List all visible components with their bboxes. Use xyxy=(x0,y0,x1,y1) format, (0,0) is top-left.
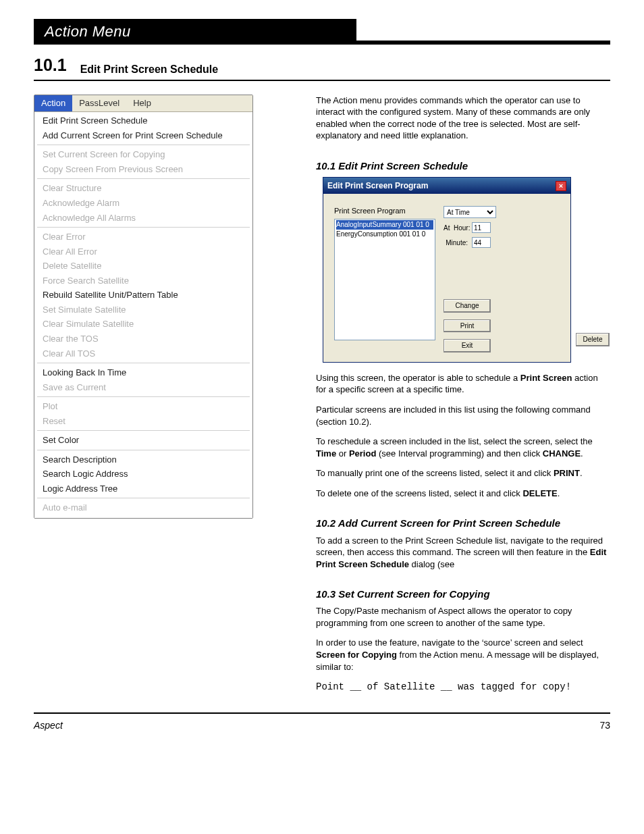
menu-separator xyxy=(37,450,250,450)
footer-rule xyxy=(34,712,610,714)
menu-item[interactable]: Logic Address Tree xyxy=(34,481,252,496)
menu-separator xyxy=(37,498,250,498)
program-listbox[interactable]: AnalogInputSummary 001 01 0EnergyConsump… xyxy=(334,219,435,340)
section-number: 10.1 xyxy=(34,54,67,77)
change-button[interactable]: Change xyxy=(444,299,491,313)
menu-item[interactable]: Search Description xyxy=(34,452,252,467)
section-header: 10.1 Edit Print Screen Schedule xyxy=(34,54,610,81)
heading-10-1: 10.1 Edit Print Screen Schedule xyxy=(316,159,610,173)
menu-item[interactable]: Search Logic Address xyxy=(34,467,252,481)
close-icon[interactable]: × xyxy=(556,181,566,191)
menubar-action[interactable]: Action xyxy=(34,95,72,112)
menu-separator xyxy=(37,227,250,228)
exit-button[interactable]: Exit xyxy=(444,339,491,353)
para-10-3-a: The Copy/Paste mechanism of Aspect allow… xyxy=(316,605,610,629)
menu-item: Clear the TOS xyxy=(34,332,252,346)
delete-button[interactable]: Delete xyxy=(576,333,610,346)
menubar: Action PassLevel Help xyxy=(34,95,252,113)
list-label: Print Screen Program xyxy=(334,206,435,216)
menu-item: Clear Error xyxy=(34,230,252,244)
mono-message: Point __ of Satellite __ was tagged for … xyxy=(316,681,610,694)
intro-paragraph: The Action menu provides commands which … xyxy=(316,95,610,142)
left-column: Action PassLevel Help Edit Print Screen … xyxy=(34,95,297,519)
menu-screenshot: Action PassLevel Help Edit Print Screen … xyxy=(34,95,253,519)
list-item[interactable]: AnalogInputSummary 001 01 0 xyxy=(336,220,433,230)
menu-item: Force Search Satellite xyxy=(34,273,252,288)
menu-separator xyxy=(37,178,250,179)
para-10-3-b: In order to use the feature, navigate to… xyxy=(316,637,610,673)
footer-page-number: 73 xyxy=(599,719,610,732)
menubar-passlevel[interactable]: PassLevel xyxy=(72,95,126,112)
chapter-title: Action Menu xyxy=(45,22,131,42)
heading-10-3: 10.3 Set Current Screen for Copying xyxy=(316,588,610,601)
menu-separator xyxy=(37,396,250,397)
menu-separator xyxy=(37,145,250,145)
footer-left: Aspect xyxy=(34,719,63,732)
menubar-help[interactable]: Help xyxy=(126,95,158,112)
menu-item: Clear All TOS xyxy=(34,346,252,361)
heading-10-2: 10.2 Add Current Screen for Print Screen… xyxy=(316,517,610,530)
menu-item: Reset xyxy=(34,414,252,429)
para-10-1-d: To manually print one of the screens lis… xyxy=(316,467,610,479)
footer: Aspect 73 xyxy=(34,719,610,732)
menu-item: Clear All Error xyxy=(34,244,252,259)
para-10-2: To add a screen to the Print Screen Sche… xyxy=(316,535,610,571)
menu-item[interactable]: Edit Print Screen Schedule xyxy=(34,113,252,128)
menu-item: Clear Structure xyxy=(34,181,252,196)
edit-print-screen-dialog: Edit Print Screen Program × Print Screen… xyxy=(323,177,571,363)
action-dropdown: Edit Print Screen ScheduleAdd Current Sc… xyxy=(34,112,252,518)
para-10-1-a: Using this screen, the operator is able … xyxy=(316,372,610,396)
menu-item: Acknowledge Alarm xyxy=(34,196,252,211)
menu-item: Set Simulate Satellite xyxy=(34,303,252,317)
menu-item[interactable]: Add Current Screen for Print Screen Sche… xyxy=(34,128,252,143)
para-10-1-c: To reschedule a screen included in the l… xyxy=(316,436,610,459)
minute-label: Minute: xyxy=(444,238,468,248)
minute-input[interactable] xyxy=(472,237,491,248)
list-item[interactable]: EnergyConsumption 001 01 0 xyxy=(336,230,433,239)
right-column: The Action menu provides commands which … xyxy=(316,95,610,694)
menu-item[interactable]: Set Color xyxy=(34,433,252,448)
dialog-title: Edit Print Screen Program xyxy=(327,180,428,191)
menu-item[interactable]: Rebuild Satellite Unit/Pattern Table xyxy=(34,288,252,303)
menu-item: Delete Satellite xyxy=(34,259,252,273)
menu-item[interactable]: Looking Back In Time xyxy=(34,365,252,380)
menu-item: Save as Current xyxy=(34,380,252,395)
menu-separator xyxy=(37,430,250,431)
section-name: Edit Print Screen Schedule xyxy=(80,62,219,77)
print-button[interactable]: Print xyxy=(444,319,491,333)
menu-separator xyxy=(37,363,250,363)
menu-item: Set Current Screen for Copying xyxy=(34,147,252,162)
para-10-1-e: To delete one of the screens listed, sel… xyxy=(316,488,610,500)
menu-item: Clear Simulate Satellite xyxy=(34,317,252,332)
menu-item: Auto e-mail xyxy=(34,500,252,515)
menu-item: Plot xyxy=(34,399,252,414)
menu-item: Acknowledge All Alarms xyxy=(34,211,252,226)
time-mode-select[interactable]: At Time xyxy=(444,206,496,218)
hour-input[interactable] xyxy=(472,222,491,233)
menu-item: Copy Screen From Previous Screen xyxy=(34,162,252,177)
dialog-titlebar: Edit Print Screen Program × xyxy=(323,178,570,194)
at-label: At Hour: xyxy=(444,224,468,233)
para-10-1-b: Particular screens are included in this … xyxy=(316,404,610,427)
